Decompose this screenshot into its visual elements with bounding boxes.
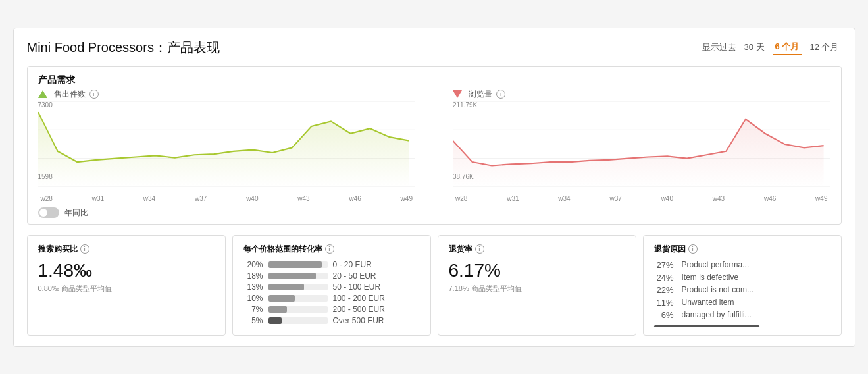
price-range-5: 200 - 500 EUR bbox=[333, 305, 385, 314]
price-row-1: 20% 0 - 20 EUR bbox=[243, 260, 420, 269]
conversion-title: 每个价格范围的转化率 i bbox=[243, 244, 420, 255]
reason-label-4: Unwanted item bbox=[682, 298, 734, 307]
reason-row-4: 11% Unwanted item bbox=[654, 298, 830, 307]
reason-label-3: Product is not com... bbox=[682, 285, 753, 294]
return-rate-value: 6.17% bbox=[449, 260, 625, 281]
time-btn-12m[interactable]: 12 个月 bbox=[807, 40, 841, 55]
charts-divider bbox=[434, 89, 434, 202]
views-x-labels: w28 w31 w34 w37 w40 w43 w46 w49 bbox=[453, 195, 830, 202]
price-row-5: 7% 200 - 500 EUR bbox=[243, 305, 420, 314]
time-btn-6m[interactable]: 6 个月 bbox=[773, 40, 802, 55]
search-buy-sub: 0.80‰ 商品类型平均值 bbox=[38, 284, 215, 294]
price-bar-container-2 bbox=[268, 273, 328, 279]
reason-label-5: damaged by fulfilli... bbox=[682, 310, 752, 319]
conversion-info-icon[interactable]: i bbox=[325, 244, 334, 254]
sales-x-w40: w40 bbox=[246, 195, 258, 202]
reason-row-3: 22% Product is not com... bbox=[654, 285, 830, 295]
price-bar-3 bbox=[268, 284, 304, 290]
price-row-3: 13% 50 - 100 EUR bbox=[243, 282, 420, 292]
price-table: 20% 0 - 20 EUR 18% 20 - 50 EUR 13% bbox=[243, 260, 420, 325]
views-x-w37: w37 bbox=[609, 195, 621, 202]
sales-line-chart bbox=[38, 101, 416, 187]
reason-label-1: Product performa... bbox=[682, 260, 750, 269]
views-x-w40: w40 bbox=[661, 195, 673, 202]
demand-title: 产品需求 bbox=[38, 74, 830, 86]
price-row-6: 5% Over 500 EUR bbox=[243, 316, 420, 325]
page-header: Mini Food Processors：产品表现 显示过去 30 天 6 个月… bbox=[27, 39, 842, 57]
views-label-row: 浏览量 i bbox=[453, 89, 830, 100]
sales-y-min: 1598 bbox=[38, 173, 53, 180]
sales-x-w43: w43 bbox=[297, 195, 309, 202]
sales-x-w28: w28 bbox=[41, 195, 53, 202]
price-bar-container-5 bbox=[268, 306, 328, 313]
sales-label-row: 售出件数 i bbox=[38, 89, 416, 100]
price-range-4: 100 - 200 EUR bbox=[333, 294, 385, 303]
charts-row: 售出件数 i 7300 bbox=[38, 89, 830, 202]
reason-pct-1: 27% bbox=[654, 260, 674, 270]
views-label: 浏览量 bbox=[469, 89, 492, 100]
views-x-w46: w46 bbox=[764, 195, 776, 202]
sales-x-w37: w37 bbox=[195, 195, 207, 202]
time-btn-30[interactable]: 30 天 bbox=[742, 40, 767, 55]
sales-x-w31: w31 bbox=[92, 195, 104, 202]
sales-chart-area: 7300 bbox=[38, 101, 416, 194]
sales-y-max: 7300 bbox=[38, 101, 53, 109]
sales-x-w49: w49 bbox=[401, 195, 413, 202]
toggle-knob bbox=[39, 209, 47, 217]
price-bar-4 bbox=[268, 295, 295, 302]
views-y-max: 211.79K bbox=[453, 101, 477, 109]
yoy-label: 年同比 bbox=[64, 207, 88, 219]
search-buy-info-icon[interactable]: i bbox=[80, 244, 89, 254]
price-bar-container-4 bbox=[268, 295, 328, 302]
return-rate-box: 退货率 i 6.17% 7.18% 商品类型平均值 bbox=[438, 235, 636, 336]
price-pct-1: 20% bbox=[243, 260, 263, 269]
sales-label: 售出件数 bbox=[54, 89, 86, 100]
views-line-chart bbox=[453, 101, 830, 187]
return-reasons-box: 退货原因 i 27% Product performa... 24% Item … bbox=[643, 235, 842, 336]
price-bar-1 bbox=[268, 261, 322, 268]
views-x-w43: w43 bbox=[713, 195, 725, 202]
sales-x-w34: w34 bbox=[143, 195, 155, 202]
reason-row-1: 27% Product performa... bbox=[654, 260, 830, 270]
return-reasons-title: 退货原因 i bbox=[654, 244, 830, 255]
price-range-1: 0 - 20 EUR bbox=[333, 260, 372, 269]
return-reasons-info-icon[interactable]: i bbox=[688, 244, 698, 254]
price-bar-6 bbox=[268, 317, 282, 324]
sales-info-icon[interactable]: i bbox=[89, 90, 99, 99]
price-pct-6: 5% bbox=[243, 316, 263, 325]
metrics-row: 搜索购买比 i 1.48‰ 0.80‰ 商品类型平均值 每个价格范围的转化率 i… bbox=[27, 235, 842, 336]
price-bar-container-6 bbox=[268, 317, 328, 324]
sales-trend-icon bbox=[38, 90, 47, 98]
price-range-2: 20 - 50 EUR bbox=[333, 271, 376, 280]
price-row-2: 18% 20 - 50 EUR bbox=[243, 271, 420, 280]
price-bar-2 bbox=[268, 273, 316, 279]
svg-marker-9 bbox=[453, 119, 824, 187]
yoy-toggle-row: 年同比 bbox=[38, 207, 830, 219]
views-info-icon[interactable]: i bbox=[496, 90, 505, 99]
svg-marker-4 bbox=[38, 112, 409, 187]
return-reasons-list: 27% Product performa... 24% Item is defe… bbox=[654, 260, 830, 320]
price-pct-2: 18% bbox=[243, 271, 263, 280]
reason-pct-4: 11% bbox=[654, 298, 674, 307]
price-pct-4: 10% bbox=[243, 294, 263, 303]
conversion-box: 每个价格范围的转化率 i 20% 0 - 20 EUR 18% 20 - 50 … bbox=[232, 235, 431, 336]
price-range-6: Over 500 EUR bbox=[333, 316, 384, 325]
reason-label-2: Item is defective bbox=[682, 273, 739, 282]
price-pct-3: 13% bbox=[243, 282, 263, 292]
search-buy-value: 1.48‰ bbox=[38, 260, 215, 281]
price-row-4: 10% 100 - 200 EUR bbox=[243, 294, 420, 303]
reason-pct-2: 24% bbox=[654, 273, 674, 282]
dashboard: Mini Food Processors：产品表现 显示过去 30 天 6 个月… bbox=[13, 28, 855, 347]
views-x-w28: w28 bbox=[455, 195, 467, 202]
yoy-toggle[interactable] bbox=[38, 207, 59, 218]
time-label: 显示过去 bbox=[702, 41, 736, 53]
reason-pct-5: 6% bbox=[654, 310, 674, 320]
views-y-min: 38.76K bbox=[453, 173, 474, 180]
return-rate-info-icon[interactable]: i bbox=[475, 244, 484, 254]
sales-chart-container: 售出件数 i 7300 bbox=[38, 89, 416, 202]
price-bar-container-1 bbox=[268, 261, 328, 268]
sales-x-labels: w28 w31 w34 w37 w40 w43 w46 w49 bbox=[38, 195, 416, 202]
return-rate-title: 退货率 i bbox=[449, 244, 625, 255]
price-pct-5: 7% bbox=[243, 305, 263, 314]
reason-row-5: 6% damaged by fulfilli... bbox=[654, 310, 830, 320]
